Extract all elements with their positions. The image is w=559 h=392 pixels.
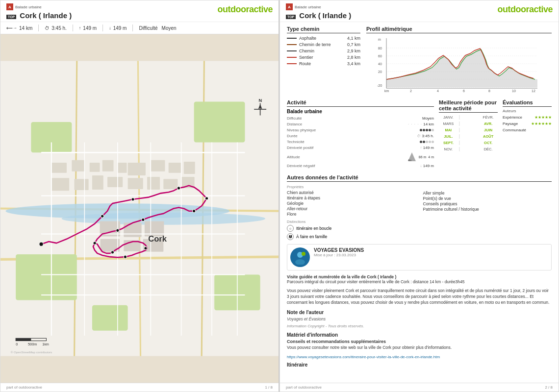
- month-sept: SEPT.: [439, 140, 458, 146]
- lower-section: Vous pouvez visiter pleinement Cork et p…: [287, 288, 552, 369]
- svg-rect-22: [128, 163, 146, 175]
- sep2: |: [459, 121, 478, 126]
- distance-icon: ⟵→: [6, 25, 17, 30]
- profil-title: Profil altimétrique: [366, 26, 552, 33]
- svg-point-54: [142, 218, 145, 221]
- dot4: [429, 129, 431, 131]
- dist-boucle: ○ Itinéraire en boucle: [287, 225, 552, 232]
- logo-left: outdooractive: [217, 4, 273, 15]
- climb-icon: ↑: [79, 25, 81, 30]
- act-key-tech: Technicité: [287, 140, 305, 144]
- asphalte-line: [287, 38, 297, 39]
- svg-text:km: km: [384, 89, 389, 93]
- sep6: |: [459, 147, 478, 152]
- stat-duration: ⏱ 3:45 h.: [45, 25, 67, 31]
- distance-num: 14 km: [423, 122, 434, 126]
- act-val-alt: 4m 86 m 4 m: [407, 151, 434, 162]
- svg-rect-24: [169, 163, 181, 173]
- terre-line: [287, 44, 297, 45]
- svg-text:80: 80: [378, 47, 382, 50]
- svg-point-48: [39, 242, 43, 246]
- middle-section: Activité Balade urbaine Difficulté Moyen…: [287, 99, 552, 170]
- svg-text:m: m: [378, 38, 381, 41]
- act-row-difficulty: Difficulté Moyen: [287, 116, 434, 121]
- author-logo-svg: [293, 250, 307, 265]
- svg-rect-28: [163, 179, 178, 189]
- dot5: [432, 129, 434, 131]
- svg-point-97: [302, 252, 305, 256]
- svg-text:20: 20: [378, 70, 382, 74]
- tech-dots: [420, 141, 434, 143]
- svg-text:60: 60: [378, 54, 382, 58]
- note-auteur-text: Voyages et Évasions: [287, 317, 552, 321]
- act-row-denivele-neg: Dénivelé négatif ↓ 149 m: [287, 164, 434, 168]
- svg-rect-20: [92, 175, 103, 190]
- tour-desc: Visite guidée et numérotée de la ville d…: [287, 274, 552, 284]
- route-title-left: Cork ( Irlande ): [20, 11, 72, 20]
- tdot1: [420, 141, 422, 143]
- footer-right-page: 1 / 8: [265, 385, 273, 390]
- page-right: A Balade urbaine outdooractive TOP Cork …: [280, 0, 559, 392]
- auteurs-label: Auteurs: [503, 109, 516, 113]
- svg-point-52: [205, 197, 208, 200]
- prop-simple: Aller simple: [423, 191, 552, 196]
- itineraire-title: Itinéraire: [287, 362, 552, 368]
- act-val-difficulty: Moyen: [422, 116, 434, 121]
- svg-rect-21: [107, 177, 123, 187]
- svg-text:0: 0: [16, 342, 18, 346]
- eval-auteurs-label: Auteurs: [503, 109, 552, 113]
- experience-stars: ★★★★★: [534, 115, 552, 120]
- sep5: |: [459, 140, 478, 146]
- copyright-text: Information Copyright - Tous droits rése…: [287, 324, 552, 328]
- svg-text:© OpenStreetMap contributors: © OpenStreetMap contributors: [11, 350, 52, 354]
- map-svg: Cork N 0 500m 1km © OpenStreetMap contri…: [0, 34, 279, 383]
- materiel-link[interactable]: https://www.voyagesetevasions.com/itiner…: [287, 355, 552, 359]
- page-left: A Balade urbaine outdooractive TOP Cork …: [0, 0, 280, 392]
- climb-value: 149 m: [83, 25, 97, 31]
- act-row-altitude: Altitude 4m 86 m 4 m: [287, 151, 434, 162]
- author-date: Mise à jour : 23.03.2023: [314, 253, 364, 257]
- tdot3: [426, 141, 428, 143]
- svg-point-49: [101, 215, 104, 218]
- stat-climb: ↑ 149 m: [79, 25, 97, 31]
- dot2: [423, 129, 425, 131]
- svg-rect-26: [128, 178, 143, 189]
- famille-label: À faire en famille: [296, 234, 327, 239]
- top-badge-right: TOP: [286, 15, 296, 19]
- act-name: Balade urbaine: [287, 109, 434, 114]
- svg-rect-10: [16, 254, 77, 300]
- brand-text-right: Balade urbaine: [295, 5, 321, 9]
- chemin-chemin: Chemin 2,9 km: [287, 49, 360, 53]
- month-mars: MARS: [439, 121, 458, 126]
- autres-section: Autres données de l'activité Propriétés …: [287, 174, 552, 240]
- act-row-duree: Durée ⏱ 3:45 h.: [287, 134, 434, 138]
- communaute-label: Communauté: [503, 128, 552, 132]
- boucle-label: Itinéraire en boucle: [296, 226, 331, 231]
- svg-text:-20: -20: [377, 84, 382, 87]
- periode-box: Meilleure période pour cette activité JA…: [439, 99, 498, 170]
- svg-rect-15: [90, 163, 100, 172]
- sentier-label: Sentier: [299, 55, 345, 60]
- paysage-stars: ★★★★★★: [531, 122, 552, 126]
- svg-rect-12: [92, 305, 128, 331]
- prop-geo: Géologie: [287, 201, 416, 206]
- stat-div-2: [73, 24, 73, 31]
- stat-distance: ⟵→ 14 km: [6, 25, 32, 31]
- route-title-right: Cork ( Irlande ): [299, 11, 351, 20]
- chemin-value: 2,9 km: [347, 49, 360, 53]
- prop-flore: Flore: [287, 212, 416, 217]
- props-label: Propriétés: [287, 185, 416, 189]
- eval-title: Évaluations: [503, 99, 552, 107]
- brand-text-left: Balade urbaine: [15, 5, 42, 9]
- act-key-niveau: Niveau physique: [287, 128, 316, 132]
- terre-value: 0,7 km: [347, 42, 360, 47]
- main-text-block: Vous pouvez visiter pleinement Cork et p…: [287, 288, 552, 306]
- dneg-num: 149 m: [423, 164, 434, 168]
- month-grid: JANV. | FÉVR. MARS | AVR. MAI | JUIN JUI…: [439, 115, 498, 152]
- stat-div-1: [38, 24, 39, 31]
- prop-col-right: Aller simple Point(s) de vue Conseils pr…: [423, 185, 552, 217]
- prop-aller: Aller-retour: [287, 206, 416, 211]
- month-aout: AOÛT: [479, 134, 498, 139]
- materiel-title: Matériel d'information: [287, 332, 552, 338]
- sep1: |: [459, 115, 478, 120]
